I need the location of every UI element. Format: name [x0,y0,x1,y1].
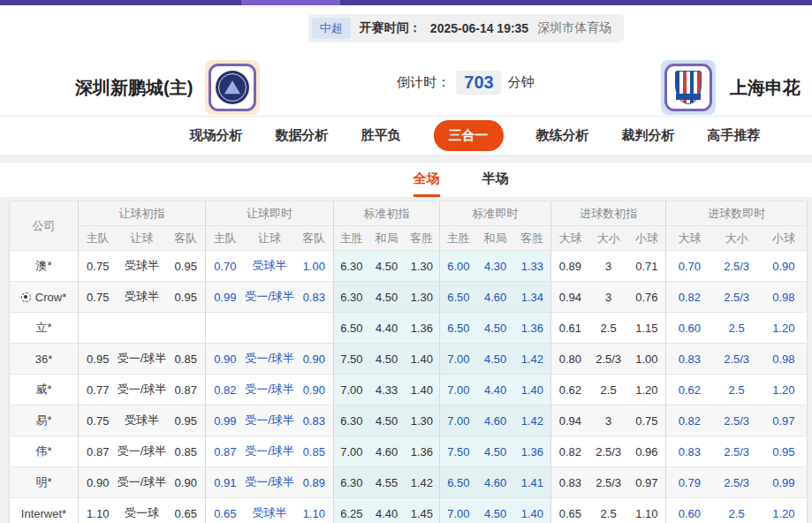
odds-cell: 受一/球半 [245,467,295,498]
odds-cell: 0.95 [79,344,118,375]
nav-tab-3[interactable]: 胜平负 [361,127,401,144]
odds-cell: 0.83 [551,467,589,498]
odds-cell: 受一/球半 [118,375,167,406]
odds-cell: 受一/球半 [245,436,295,467]
divider-band [0,155,812,163]
odds-cell: 0.94 [551,406,589,436]
odds-cell: 0.65 [167,498,206,523]
odds-cell: 2.5/3 [713,344,761,375]
odds-cell: 0.65 [206,498,245,523]
odds-cell: 0.82 [551,436,589,467]
odds-cell: 4.60 [369,436,405,467]
odds-cell: 0.90 [295,375,334,406]
match-info-pill: 中超 开赛时间： 2025-06-14 19:35 深圳市体育场 [308,14,624,42]
odds-cell: 1.20 [761,498,808,523]
odds-cell: 3 [589,282,628,313]
odds-cell: 4.60 [477,467,514,498]
nav-tab-1[interactable]: 现场分析 [190,127,243,144]
odds-cell: 6.50 [440,313,477,344]
odds-cell: 6.50 [334,313,369,344]
odds-table: 公司让球初指让球即时标准初指标准即时进球数初指进球数即时主队让球客队主队让球客队… [9,201,808,523]
odds-cell: 6.30 [334,467,369,498]
odds-cell: 受一/球半 [245,406,295,436]
odds-cell: 0.96 [628,436,666,467]
odds-cell: 2.5/3 [589,467,628,498]
odds-cell: 4.33 [369,375,405,406]
column-header: 大球 [666,226,713,251]
nav-tab-4[interactable]: 三合一 [434,120,504,151]
odds-cell [79,313,118,344]
column-header: 主胜 [440,226,477,251]
odds-cell: 0.65 [551,498,589,523]
topbar-scroll-indicator [241,0,340,5]
odds-cell: 6.25 [334,498,369,523]
company-cell: Crow* [10,282,79,313]
nav-tab-2[interactable]: 数据分析 [276,127,329,144]
odds-cell: 2.5 [713,313,761,344]
kickoff-label: 开赛时间： [360,20,421,36]
table-row: 明*0.90受一/球半0.900.91受一/球半0.896.304.551.42… [10,467,808,498]
odds-cell: 0.75 [628,406,666,436]
subtab-1[interactable]: 全场 [414,171,440,197]
odds-cell: 2.5 [713,375,761,406]
odds-cell: 0.79 [666,467,713,498]
odds-cell: 1.40 [405,344,440,375]
odds-cell: 3 [589,406,628,436]
odds-cell: 0.87 [206,436,245,467]
group-header: 进球数初指 [551,201,666,226]
odds-cell: 1.30 [405,282,440,313]
company-cell: 威* [10,375,79,406]
group-header: 标准即时 [440,201,551,226]
column-header: 客队 [167,226,206,251]
odds-cell: 1.45 [405,498,440,523]
group-header: 进球数即时 [666,201,808,226]
column-header: 小球 [761,226,808,251]
odds-cell [118,313,167,344]
home-team-name: 深圳新鹏城(主) [75,76,193,100]
odds-cell: 1.36 [514,436,551,467]
odds-cell: 受球半 [245,498,295,523]
table-row: Crow*0.75受球半0.950.99受一/球半0.836.304.501.3… [10,282,808,313]
odds-cell: 0.99 [206,282,245,313]
odds-cell: 0.99 [761,467,808,498]
kickoff-time: 2025-06-14 19:35 [430,21,528,35]
column-header: 让球 [245,226,295,251]
column-header: 客胜 [405,226,440,251]
odds-cell: 受一/球半 [245,344,295,375]
odds-cell: 0.60 [666,498,713,523]
column-header: 和局 [477,226,514,251]
column-header: 主队 [206,226,245,251]
odds-cell: 0.91 [206,467,245,498]
column-header: 大小 [589,226,628,251]
column-header: 小球 [628,226,666,251]
odds-cell: 0.60 [666,313,713,344]
odds-cell: 4.50 [477,498,514,523]
odds-cell: 2.5 [589,375,628,406]
league-badge[interactable]: 中超 [312,18,351,39]
odds-cell: 1.41 [514,467,551,498]
odds-table-zone: 公司让球初指让球即时标准初指标准即时进球数初指进球数即时主队让球客队主队让球客队… [0,197,812,523]
odds-cell: 4.60 [477,406,514,436]
odds-cell: 7.00 [440,344,477,375]
odds-cell: 6.50 [440,282,477,313]
odds-cell: 0.76 [628,282,666,313]
odds-cell: 受一/球半 [118,467,167,498]
company-cell: Interwet* [10,498,79,523]
away-team-name: 上海申花 [730,76,801,100]
odds-cell: 6.50 [440,467,477,498]
nav-tab-5[interactable]: 教练分析 [536,127,589,144]
odds-cell: 0.83 [666,344,713,375]
odds-cell: 1.40 [514,498,551,523]
table-row: 伟*0.87受一/球半0.850.87受一/球半0.857.004.601.36… [10,436,808,467]
table-row: 易*0.75受球半0.950.99受一/球半0.836.304.501.307.… [10,406,808,436]
subtab-2[interactable]: 半场 [482,171,509,197]
nav-tab-6[interactable]: 裁判分析 [622,127,675,144]
odds-cell: 1.30 [405,406,440,436]
table-row: 立*6.504.401.366.504.501.360.612.51.150.6… [10,313,808,344]
odds-cell: 0.95 [167,406,206,436]
column-header: 客胜 [514,226,551,251]
nav-tab-7[interactable]: 高手推荐 [708,127,761,144]
odds-cell: 2.5/3 [713,251,761,282]
period-subtabs: 全场半场 [0,163,812,197]
odds-cell: 7.00 [334,375,369,406]
